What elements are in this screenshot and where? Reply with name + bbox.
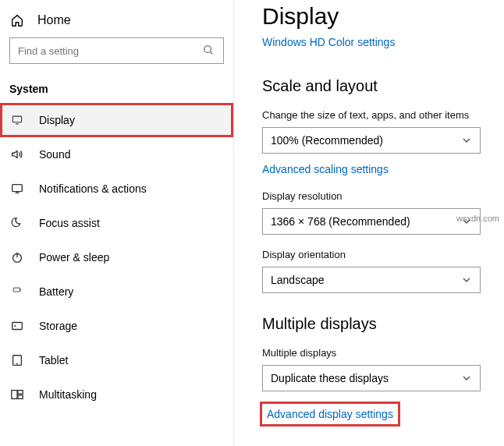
text-size-label: Change the size of text, apps, and other… <box>262 109 495 121</box>
advanced-display-highlight: Advanced display settings <box>262 404 398 424</box>
multiple-displays-select[interactable]: Duplicate these displays <box>262 365 481 391</box>
sidebar-item-sound[interactable]: Sound <box>0 137 233 172</box>
orientation-select[interactable]: Landscape <box>262 267 481 293</box>
svg-rect-8 <box>12 391 17 399</box>
sidebar-item-battery[interactable]: Battery <box>0 274 233 309</box>
sidebar-item-notifications[interactable]: Notifications & actions <box>0 172 233 206</box>
chevron-down-icon <box>461 135 472 146</box>
watermark: wsxdn.com <box>456 214 499 223</box>
orientation-label: Display orientation <box>262 249 495 260</box>
sidebar-item-label: Sound <box>39 148 70 161</box>
search-icon <box>203 44 215 57</box>
sidebar-item-label: Storage <box>39 320 77 332</box>
multiple-displays-value: Duplicate these displays <box>271 372 389 384</box>
svg-rect-5 <box>12 323 23 330</box>
sidebar-item-display[interactable]: Display <box>0 103 233 137</box>
home-label: Home <box>37 13 71 27</box>
sidebar-item-multitasking[interactable]: Multitasking <box>0 377 233 412</box>
advanced-scaling-link[interactable]: Advanced scaling settings <box>262 163 389 175</box>
text-size-value: 100% (Recommended) <box>271 134 383 147</box>
svg-rect-1 <box>12 116 21 122</box>
svg-rect-4 <box>13 288 20 292</box>
multiple-displays-label: Multiple displays <box>262 347 495 359</box>
sidebar-item-label: Notifications & actions <box>39 182 147 195</box>
search-container <box>0 37 233 70</box>
sidebar-item-label: Power & sleep <box>39 251 109 264</box>
svg-point-0 <box>204 46 211 53</box>
sidebar-item-storage[interactable]: Storage <box>0 309 233 343</box>
search-input[interactable] <box>18 45 203 57</box>
home-icon <box>9 12 25 28</box>
sound-icon <box>9 147 25 162</box>
power-icon <box>9 250 25 265</box>
orientation-value: Landscape <box>271 274 325 286</box>
sidebar: Home System Display Sound Notifications … <box>0 0 234 446</box>
multiple-displays-heading: Multiple displays <box>262 315 495 333</box>
sidebar-item-label: Focus assist <box>39 217 100 229</box>
home-button[interactable]: Home <box>0 6 233 37</box>
svg-rect-9 <box>18 391 23 395</box>
resolution-select[interactable]: 1366 × 768 (Recommended) <box>262 208 481 235</box>
chevron-down-icon <box>461 274 472 285</box>
resolution-label: Display resolution <box>262 190 495 202</box>
sidebar-item-power-sleep[interactable]: Power & sleep <box>0 240 233 274</box>
text-size-select[interactable]: 100% (Recommended) <box>262 127 481 154</box>
storage-icon <box>9 318 25 334</box>
sidebar-item-label: Display <box>39 114 75 126</box>
focus-assist-icon <box>9 215 25 231</box>
sidebar-item-tablet[interactable]: Tablet <box>0 343 233 377</box>
resolution-value: 1366 × 768 (Recommended) <box>271 215 410 228</box>
search-input-wrapper[interactable] <box>9 37 224 64</box>
advanced-display-link[interactable]: Advanced display settings <box>267 408 393 420</box>
sidebar-item-focus-assist[interactable]: Focus assist <box>0 206 233 240</box>
multitasking-icon <box>9 387 25 402</box>
battery-icon <box>9 284 25 299</box>
svg-rect-10 <box>18 395 23 399</box>
sidebar-item-label: Battery <box>39 285 73 298</box>
tablet-icon <box>9 352 25 368</box>
scale-layout-heading: Scale and layout <box>262 77 495 95</box>
main-content: Display Windows HD Color settings Scale … <box>234 0 504 446</box>
sidebar-item-label: Tablet <box>39 354 68 366</box>
display-icon <box>9 112 25 128</box>
chevron-down-icon <box>461 373 472 384</box>
section-system: System <box>0 70 233 103</box>
sidebar-item-label: Multitasking <box>39 388 97 401</box>
notifications-icon <box>9 181 25 196</box>
svg-rect-2 <box>12 185 23 192</box>
svg-point-6 <box>15 326 16 327</box>
page-title: Display <box>262 0 495 30</box>
hd-color-link[interactable]: Windows HD Color settings <box>262 36 395 48</box>
